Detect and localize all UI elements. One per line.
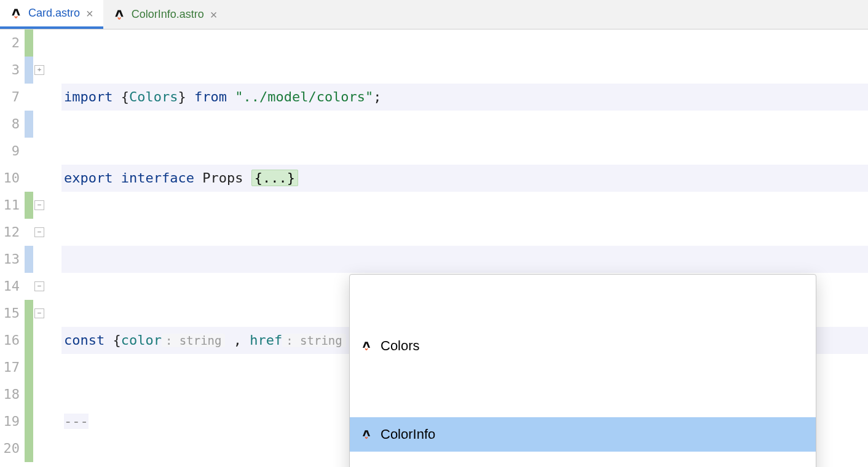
tab-colorinfo[interactable]: ColorInfo.astro × — [103, 0, 227, 29]
fold-expand-icon[interactable]: + — [34, 65, 44, 75]
completion-popup: Colors ColorInfo Index Layout Astro.self… — [349, 274, 816, 467]
fold-collapse-icon[interactable]: − — [34, 200, 44, 210]
code-line: export interface Props {...} — [61, 165, 868, 192]
astro-icon — [360, 428, 373, 441]
astro-icon — [113, 8, 125, 22]
completion-item[interactable]: Colors — [350, 329, 816, 363]
editor[interactable]: 2 3 7 8 9 10 11 12 13 14 15 16 17 18 19 … — [0, 29, 868, 467]
tab-bar: Card.astro × ColorInfo.astro × — [0, 0, 868, 29]
astro-icon — [360, 339, 373, 353]
code-line: import {Colors} from "../model/colors"; — [61, 84, 868, 111]
fold-collapse-icon[interactable]: − — [34, 227, 44, 237]
fold-gutter: + − − − − — [25, 29, 61, 467]
tab-card[interactable]: Card.astro × — [0, 0, 103, 29]
line-gutter: 2 3 7 8 9 10 11 12 13 14 15 16 17 18 19 … — [0, 29, 25, 467]
code-line — [61, 246, 868, 273]
code-area[interactable]: import {Colors} from "../model/colors"; … — [61, 29, 868, 467]
tab-label: ColorInfo.astro — [132, 8, 204, 21]
fold-end-icon[interactable]: − — [34, 308, 44, 318]
completion-label: Colors — [381, 332, 420, 359]
completion-item-selected[interactable]: ColorInfo — [350, 417, 816, 452]
completion-label: ColorInfo — [381, 421, 435, 448]
close-icon[interactable]: × — [210, 9, 218, 21]
tab-label: Card.astro — [28, 7, 80, 20]
astro-icon — [10, 7, 22, 20]
fold-end-icon[interactable]: − — [34, 281, 44, 291]
close-icon[interactable]: × — [86, 7, 93, 20]
